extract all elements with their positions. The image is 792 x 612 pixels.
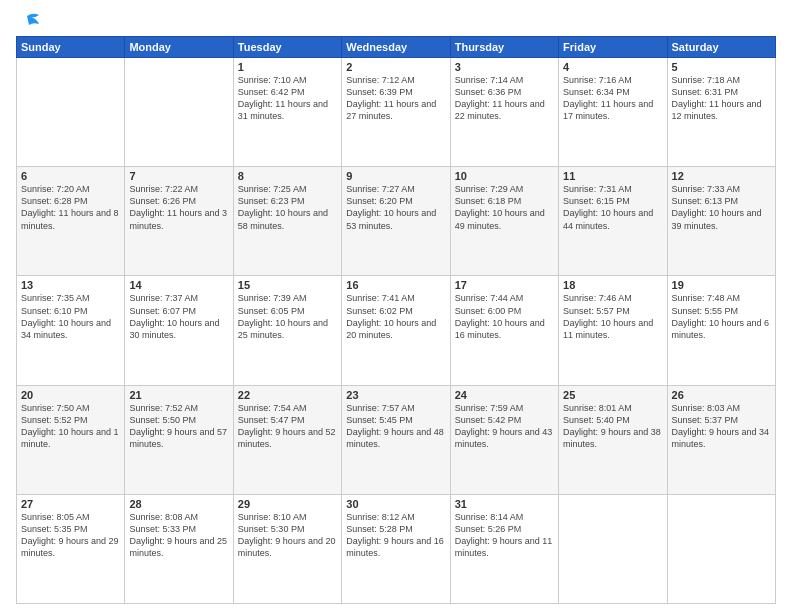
calendar-cell: 23Sunrise: 7:57 AMSunset: 5:45 PMDayligh… [342, 385, 450, 494]
day-info: Sunrise: 7:10 AMSunset: 6:42 PMDaylight:… [238, 74, 337, 123]
day-info: Sunrise: 8:10 AMSunset: 5:30 PMDaylight:… [238, 511, 337, 560]
day-number: 16 [346, 279, 445, 291]
day-number: 19 [672, 279, 771, 291]
calendar-cell: 14Sunrise: 7:37 AMSunset: 6:07 PMDayligh… [125, 276, 233, 385]
calendar-cell: 6Sunrise: 7:20 AMSunset: 6:28 PMDaylight… [17, 167, 125, 276]
day-info: Sunrise: 7:41 AMSunset: 6:02 PMDaylight:… [346, 292, 445, 341]
logo [16, 12, 41, 28]
day-number: 27 [21, 498, 120, 510]
day-number: 10 [455, 170, 554, 182]
weekday-header-friday: Friday [559, 37, 667, 58]
calendar-cell: 16Sunrise: 7:41 AMSunset: 6:02 PMDayligh… [342, 276, 450, 385]
logo-bird-icon [19, 12, 41, 30]
day-number: 12 [672, 170, 771, 182]
day-number: 23 [346, 389, 445, 401]
day-info: Sunrise: 7:18 AMSunset: 6:31 PMDaylight:… [672, 74, 771, 123]
weekday-header-sunday: Sunday [17, 37, 125, 58]
calendar-cell: 2Sunrise: 7:12 AMSunset: 6:39 PMDaylight… [342, 58, 450, 167]
day-info: Sunrise: 7:59 AMSunset: 5:42 PMDaylight:… [455, 402, 554, 451]
day-info: Sunrise: 7:48 AMSunset: 5:55 PMDaylight:… [672, 292, 771, 341]
calendar-cell: 8Sunrise: 7:25 AMSunset: 6:23 PMDaylight… [233, 167, 341, 276]
day-info: Sunrise: 7:44 AMSunset: 6:00 PMDaylight:… [455, 292, 554, 341]
day-number: 26 [672, 389, 771, 401]
calendar-cell: 17Sunrise: 7:44 AMSunset: 6:00 PMDayligh… [450, 276, 558, 385]
day-info: Sunrise: 7:31 AMSunset: 6:15 PMDaylight:… [563, 183, 662, 232]
calendar-cell: 1Sunrise: 7:10 AMSunset: 6:42 PMDaylight… [233, 58, 341, 167]
calendar-cell: 18Sunrise: 7:46 AMSunset: 5:57 PMDayligh… [559, 276, 667, 385]
day-info: Sunrise: 8:03 AMSunset: 5:37 PMDaylight:… [672, 402, 771, 451]
week-row-1: 1Sunrise: 7:10 AMSunset: 6:42 PMDaylight… [17, 58, 776, 167]
calendar-cell: 9Sunrise: 7:27 AMSunset: 6:20 PMDaylight… [342, 167, 450, 276]
day-number: 24 [455, 389, 554, 401]
day-info: Sunrise: 8:14 AMSunset: 5:26 PMDaylight:… [455, 511, 554, 560]
calendar-cell: 3Sunrise: 7:14 AMSunset: 6:36 PMDaylight… [450, 58, 558, 167]
calendar-cell: 7Sunrise: 7:22 AMSunset: 6:26 PMDaylight… [125, 167, 233, 276]
day-number: 22 [238, 389, 337, 401]
day-info: Sunrise: 7:57 AMSunset: 5:45 PMDaylight:… [346, 402, 445, 451]
calendar-cell [125, 58, 233, 167]
day-number: 17 [455, 279, 554, 291]
day-info: Sunrise: 7:46 AMSunset: 5:57 PMDaylight:… [563, 292, 662, 341]
day-info: Sunrise: 7:27 AMSunset: 6:20 PMDaylight:… [346, 183, 445, 232]
day-number: 31 [455, 498, 554, 510]
calendar-cell: 25Sunrise: 8:01 AMSunset: 5:40 PMDayligh… [559, 385, 667, 494]
day-info: Sunrise: 7:37 AMSunset: 6:07 PMDaylight:… [129, 292, 228, 341]
day-number: 30 [346, 498, 445, 510]
day-number: 20 [21, 389, 120, 401]
day-number: 1 [238, 61, 337, 73]
day-number: 14 [129, 279, 228, 291]
calendar-cell: 31Sunrise: 8:14 AMSunset: 5:26 PMDayligh… [450, 494, 558, 603]
calendar-cell: 15Sunrise: 7:39 AMSunset: 6:05 PMDayligh… [233, 276, 341, 385]
calendar-cell: 10Sunrise: 7:29 AMSunset: 6:18 PMDayligh… [450, 167, 558, 276]
day-info: Sunrise: 7:35 AMSunset: 6:10 PMDaylight:… [21, 292, 120, 341]
day-info: Sunrise: 7:33 AMSunset: 6:13 PMDaylight:… [672, 183, 771, 232]
day-info: Sunrise: 7:12 AMSunset: 6:39 PMDaylight:… [346, 74, 445, 123]
week-row-4: 20Sunrise: 7:50 AMSunset: 5:52 PMDayligh… [17, 385, 776, 494]
calendar-cell: 11Sunrise: 7:31 AMSunset: 6:15 PMDayligh… [559, 167, 667, 276]
weekday-header-monday: Monday [125, 37, 233, 58]
day-info: Sunrise: 7:16 AMSunset: 6:34 PMDaylight:… [563, 74, 662, 123]
day-number: 21 [129, 389, 228, 401]
day-number: 8 [238, 170, 337, 182]
day-number: 18 [563, 279, 662, 291]
day-number: 25 [563, 389, 662, 401]
calendar: SundayMondayTuesdayWednesdayThursdayFrid… [16, 36, 776, 604]
calendar-cell: 24Sunrise: 7:59 AMSunset: 5:42 PMDayligh… [450, 385, 558, 494]
calendar-cell: 4Sunrise: 7:16 AMSunset: 6:34 PMDaylight… [559, 58, 667, 167]
day-number: 15 [238, 279, 337, 291]
day-info: Sunrise: 7:52 AMSunset: 5:50 PMDaylight:… [129, 402, 228, 451]
day-info: Sunrise: 7:22 AMSunset: 6:26 PMDaylight:… [129, 183, 228, 232]
calendar-cell: 22Sunrise: 7:54 AMSunset: 5:47 PMDayligh… [233, 385, 341, 494]
calendar-cell: 19Sunrise: 7:48 AMSunset: 5:55 PMDayligh… [667, 276, 775, 385]
day-number: 13 [21, 279, 120, 291]
day-number: 11 [563, 170, 662, 182]
week-row-5: 27Sunrise: 8:05 AMSunset: 5:35 PMDayligh… [17, 494, 776, 603]
calendar-cell: 30Sunrise: 8:12 AMSunset: 5:28 PMDayligh… [342, 494, 450, 603]
day-info: Sunrise: 8:08 AMSunset: 5:33 PMDaylight:… [129, 511, 228, 560]
calendar-cell: 27Sunrise: 8:05 AMSunset: 5:35 PMDayligh… [17, 494, 125, 603]
calendar-cell: 29Sunrise: 8:10 AMSunset: 5:30 PMDayligh… [233, 494, 341, 603]
day-number: 2 [346, 61, 445, 73]
day-number: 4 [563, 61, 662, 73]
calendar-cell: 13Sunrise: 7:35 AMSunset: 6:10 PMDayligh… [17, 276, 125, 385]
day-info: Sunrise: 7:54 AMSunset: 5:47 PMDaylight:… [238, 402, 337, 451]
week-row-3: 13Sunrise: 7:35 AMSunset: 6:10 PMDayligh… [17, 276, 776, 385]
day-number: 9 [346, 170, 445, 182]
day-info: Sunrise: 7:20 AMSunset: 6:28 PMDaylight:… [21, 183, 120, 232]
calendar-cell: 5Sunrise: 7:18 AMSunset: 6:31 PMDaylight… [667, 58, 775, 167]
day-info: Sunrise: 7:39 AMSunset: 6:05 PMDaylight:… [238, 292, 337, 341]
calendar-cell: 12Sunrise: 7:33 AMSunset: 6:13 PMDayligh… [667, 167, 775, 276]
weekday-header-tuesday: Tuesday [233, 37, 341, 58]
weekday-header-thursday: Thursday [450, 37, 558, 58]
week-row-2: 6Sunrise: 7:20 AMSunset: 6:28 PMDaylight… [17, 167, 776, 276]
weekday-header-wednesday: Wednesday [342, 37, 450, 58]
calendar-cell [559, 494, 667, 603]
calendar-cell: 28Sunrise: 8:08 AMSunset: 5:33 PMDayligh… [125, 494, 233, 603]
weekday-header-saturday: Saturday [667, 37, 775, 58]
day-number: 3 [455, 61, 554, 73]
day-number: 5 [672, 61, 771, 73]
calendar-cell: 26Sunrise: 8:03 AMSunset: 5:37 PMDayligh… [667, 385, 775, 494]
calendar-cell: 20Sunrise: 7:50 AMSunset: 5:52 PMDayligh… [17, 385, 125, 494]
calendar-cell [17, 58, 125, 167]
page-container: SundayMondayTuesdayWednesdayThursdayFrid… [0, 0, 792, 612]
